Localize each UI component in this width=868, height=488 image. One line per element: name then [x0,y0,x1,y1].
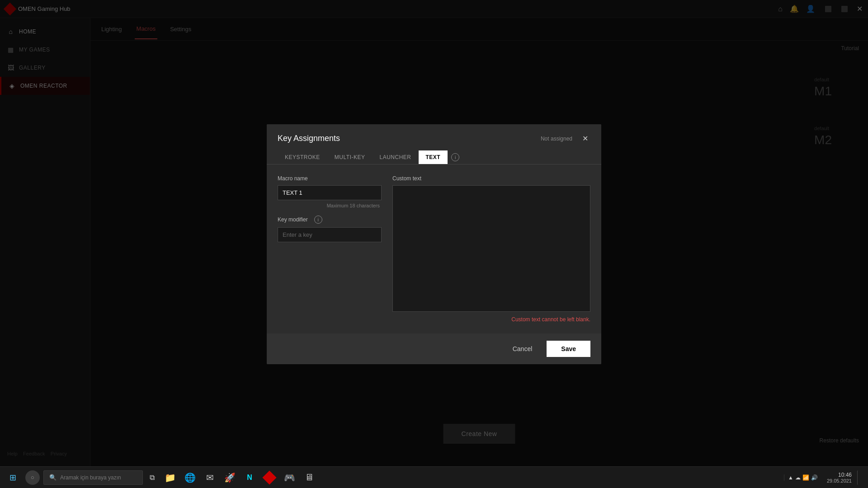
dialog-header-right: Not assigned ✕ [541,133,590,144]
taskbar: ⊞ ○ 🔍 Aramak için buraya yazın ⧉ 📁 🌐 ✉ 🚀… [0,466,868,488]
steam-icon: 🎮 [284,472,295,483]
taskbar-clock[interactable]: 10:46 29.05.2021 [823,472,855,483]
tray-network[interactable]: 📶 [802,474,809,481]
dialog-title: Key Assignments [278,134,340,143]
task-view-button[interactable]: ⧉ [145,470,159,485]
taskbar-app-files[interactable]: 📁 [161,469,179,487]
tab-info-icon[interactable]: i [451,153,459,161]
windows-logo: ⊞ [9,473,16,483]
not-assigned-label: Not assigned [541,136,572,142]
cancel-button[interactable]: Cancel [504,341,542,357]
dialog-footer: Cancel Save [267,333,601,364]
taskbar-app-omen[interactable] [260,469,278,487]
taskbar-app-edge[interactable]: 🌐 [181,469,199,487]
tab-text[interactable]: TEXT [419,150,448,164]
clock-time: 10:46 [827,472,852,478]
taskbar-search[interactable]: 🔍 Aramak için buraya yazın [43,470,143,485]
taskbar-app-monitor[interactable]: 🖥 [300,469,318,487]
error-message: Custom text cannot be left blank. [392,316,590,323]
mail-icon: ✉ [206,472,214,483]
tray-chevron[interactable]: ▲ [788,474,793,481]
custom-text-label: Custom text [392,175,590,182]
left-panel: Macro name Maximum 18 characters Key mod… [278,175,382,323]
start-button[interactable]: ⊞ [4,469,22,487]
macro-name-input[interactable] [278,185,382,200]
key-modifier-row: Key modifier i [278,216,382,224]
cortana-icon: ○ [31,474,34,481]
taskbar-app-rocket[interactable]: 🚀 [221,469,239,487]
key-assignments-dialog: Key Assignments Not assigned ✕ KEYSTROKE… [267,124,601,364]
task-view-icon: ⧉ [150,474,155,482]
taskbar-app-n[interactable]: N [241,469,259,487]
system-tray: ▲ ☁ 📶 🔊 [784,474,821,481]
key-modifier-input[interactable] [278,227,382,242]
save-button[interactable]: Save [547,341,590,357]
tab-keystroke[interactable]: KEYSTROKE [278,150,327,164]
search-icon: 🔍 [49,474,57,481]
tab-multi-key[interactable]: MULTI-KEY [327,150,373,164]
files-icon: 📁 [165,472,176,483]
taskbar-app-steam[interactable]: 🎮 [280,469,298,487]
custom-text-input[interactable] [392,185,590,312]
dialog-close-button[interactable]: ✕ [580,133,590,144]
macro-name-label: Macro name [278,175,382,182]
right-panel: Custom text Custom text cannot be left b… [392,175,590,323]
tray-cloud[interactable]: ☁ [795,474,801,481]
n-app-icon: N [247,474,252,482]
dialog-header: Key Assignments Not assigned ✕ [267,124,601,144]
cortana-button[interactable]: ○ [25,470,40,485]
edge-icon: 🌐 [184,472,196,483]
rocket-icon: 🚀 [224,472,236,483]
taskbar-app-mail[interactable]: ✉ [201,469,219,487]
macro-name-helper: Maximum 18 characters [278,203,382,208]
dialog-tabs: KEYSTROKE MULTI-KEY LAUNCHER TEXT i [267,144,601,164]
show-desktop-button[interactable] [857,470,864,485]
search-placeholder: Aramak için buraya yazın [60,474,121,481]
tab-launcher[interactable]: LAUNCHER [372,150,418,164]
clock-date: 29.05.2021 [827,478,852,483]
omen-app-icon [262,470,276,484]
dialog-overlay: Key Assignments Not assigned ✕ KEYSTROKE… [0,0,868,488]
dialog-body: Macro name Maximum 18 characters Key mod… [267,164,601,333]
key-modifier-label: Key modifier [278,216,308,223]
monitor-icon: 🖥 [305,472,314,483]
tray-volume[interactable]: 🔊 [811,474,818,481]
key-modifier-info-icon[interactable]: i [314,216,322,224]
